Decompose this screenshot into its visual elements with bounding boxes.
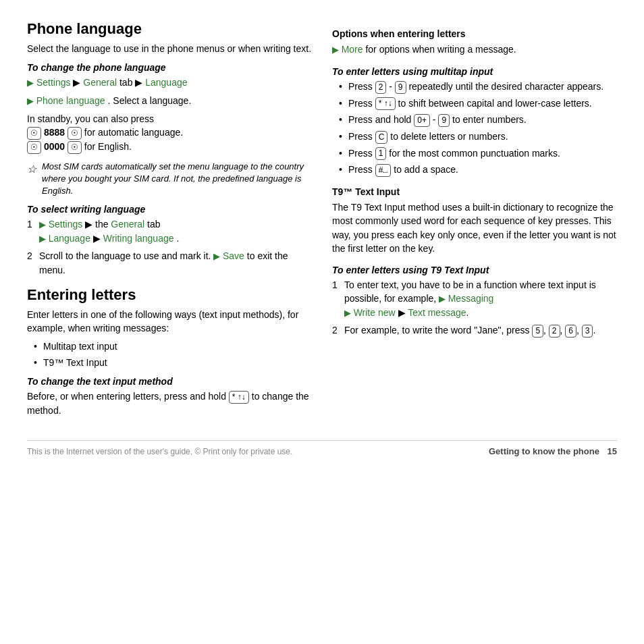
key-9b: 9 [438, 114, 450, 127]
multitap-bullet-1: Press 2 - 9 repeatedly until the desired… [339, 80, 617, 94]
settings-link[interactable]: Settings [36, 77, 71, 88]
arrow7: ▶ [344, 308, 354, 318]
writing-lang-steps: 1 ▶ Settings ▶ the General tab ▶ Languag… [27, 217, 312, 277]
settings-link2[interactable]: Settings [49, 219, 83, 230]
sep1: ▶ [73, 77, 83, 88]
options-rest: for options when writing a message. [363, 44, 516, 55]
multitap-bullet-2: Press * ↑↓ to shift between capital and … [339, 97, 617, 111]
nav-key-2: ☉ [68, 127, 82, 140]
entering-letters-section: Entering letters Enter letters in one of… [27, 286, 312, 417]
multitap-bullet-5: Press 1 for the most common punctuation … [339, 146, 617, 161]
more-link[interactable]: More [342, 44, 363, 55]
tip-text: Most SIM cards automatically set the men… [42, 161, 312, 198]
multitap-bullet-6: Press #⎵ to add a space. [339, 163, 617, 177]
t9-step1-content: To enter text, you have to be in a funct… [344, 278, 617, 320]
options-body: ▶ More for options when writing a messag… [332, 43, 617, 57]
language-link[interactable]: Language [145, 77, 187, 88]
arrow4: ▶ [39, 234, 49, 244]
multitap-bullet-4: Press C to delete letters or numbers. [339, 130, 617, 144]
nav-key-1: ☉ [27, 127, 41, 140]
multitap-heading: To enter letters using multitap input [332, 66, 617, 77]
general-link[interactable]: General [83, 77, 117, 88]
phone-language-section: Phone language Select the language to us… [27, 20, 312, 277]
general-link2[interactable]: General [111, 219, 144, 230]
t9-section: T9™ Text Input The T9 Text Input method … [332, 186, 617, 255]
multitap-section: To enter letters using multitap input Pr… [332, 66, 617, 177]
t9-instructions-heading: To enter letters using T9 Text Input [332, 265, 617, 275]
sep7: ▶ [398, 307, 408, 318]
t9-instructions-section: To enter letters using T9 Text Input 1 T… [332, 265, 617, 338]
select-language-text: . Select a language. [108, 95, 192, 106]
save-link[interactable]: Save [223, 250, 244, 261]
nav-key-4: ☉ [68, 141, 82, 154]
writing-lang-step1: 1 ▶ Settings ▶ the General tab ▶ Languag… [27, 217, 312, 246]
step1-content: ▶ Settings ▶ the General tab ▶ Language … [39, 217, 179, 246]
input-methods-list: Multitap text input T9™ Text Input [27, 340, 312, 370]
phone-language-intro: Select the language to use in the phone … [27, 42, 312, 55]
write-new-link[interactable]: Write new [354, 307, 396, 318]
arrow-icon2: ▶ [27, 96, 36, 106]
footer-page: Getting to know the phone 15 [483, 446, 617, 456]
t9-step-2: 2 For example, to write the word "Jane",… [332, 323, 617, 338]
step-num-1: 1 [27, 217, 35, 246]
change-input-method-heading: To change the text input method [27, 376, 312, 387]
phone-language-link[interactable]: Phone language [36, 95, 105, 106]
jane-key-3: 3 [582, 325, 593, 338]
left-column: Phone language Select the language to us… [27, 20, 312, 427]
arrow-icon: ▶ [27, 78, 34, 88]
list-item-multitap: Multitap text input [34, 340, 312, 353]
standby-text: In standby, you can also press ☉ 8888 ☉ … [27, 112, 312, 154]
key-hash: #⎵ [375, 164, 392, 177]
change-lang-step1: ▶ Settings ▶ General tab ▶ Language [27, 76, 312, 90]
page-number: 15 [608, 446, 617, 456]
text-message-link[interactable]: Text message [408, 307, 466, 318]
messaging-link[interactable]: Messaging [448, 293, 494, 304]
select-writing-lang-heading: To select writing language [27, 204, 312, 215]
jane-key-2: 2 [549, 325, 560, 338]
page-footer: This is the Internet version of the user… [27, 440, 617, 456]
list-item-t9: T9™ Text Input [34, 356, 312, 369]
change-phone-language-heading: To change the phone language [27, 62, 312, 73]
key-c: C [375, 131, 388, 144]
step-num-2: 2 [27, 249, 35, 277]
tip-box: ☆ Most SIM cards automatically set the m… [27, 161, 312, 198]
writing-language-link[interactable]: Writing language [103, 233, 174, 244]
t9-step2-content: For example, to write the word "Jane", p… [344, 323, 595, 338]
language-link2[interactable]: Language [49, 233, 90, 244]
end-period: . [466, 307, 469, 318]
t9-body: The T9 Text Input method uses a built-in… [332, 200, 617, 255]
right-column: Options when entering letters ▶ More for… [332, 20, 617, 427]
arrow5: ▶ [213, 251, 223, 261]
key-0plus: 0+ [414, 114, 430, 127]
options-section: Options when entering letters ▶ More for… [332, 28, 617, 57]
key-shift: * ↑↓ [375, 97, 396, 110]
shift-key: * ↑↓ [229, 391, 249, 404]
footer-section: Getting to know the phone [489, 446, 599, 456]
page-container: Phone language Select the language to us… [27, 20, 617, 456]
footer-note: This is the Internet version of the user… [27, 447, 292, 456]
period: . [176, 233, 179, 244]
t9-steps: 1 To enter text, you have to be in a fun… [332, 278, 617, 338]
t9-heading: T9™ Text Input [332, 186, 617, 197]
arrow6: ▶ [439, 294, 448, 304]
sep-arrow: ▶ [93, 233, 103, 244]
arrow3: ▶ [39, 219, 49, 230]
tab-text: tab ▶ [119, 77, 145, 88]
code-0000: 0000 [44, 141, 65, 152]
jane-key-6: 6 [565, 325, 576, 338]
entering-letters-title: Entering letters [27, 286, 312, 304]
phone-language-title: Phone language [27, 20, 312, 38]
key-2: 2 [375, 81, 387, 94]
options-arrow: ▶ [332, 45, 342, 55]
jane-key-5: 5 [532, 325, 543, 338]
nav-key-3: ☉ [27, 141, 41, 154]
options-heading: Options when entering letters [332, 28, 617, 39]
t9-step-num-1: 1 [332, 278, 340, 320]
writing-lang-step2: 2 Scroll to the language to use and mark… [27, 249, 312, 277]
code-8888: 8888 [44, 127, 65, 138]
t9-step-1: 1 To enter text, you have to be in a fun… [332, 278, 617, 320]
tab-text2: tab [147, 219, 160, 230]
change-lang-step2: ▶ Phone language . Select a language. [27, 94, 312, 108]
the-text: ▶ the [85, 219, 111, 230]
key-9: 9 [395, 81, 406, 94]
